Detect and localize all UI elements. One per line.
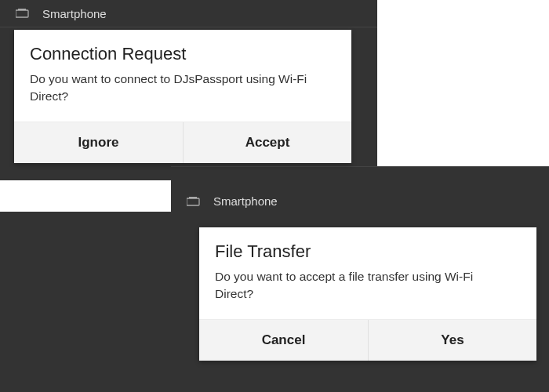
connection-request-dialog: Connection Request Do you want to connec… (14, 30, 351, 163)
svg-rect-1 (18, 9, 26, 10)
yes-button[interactable]: Yes (368, 320, 536, 361)
svg-rect-2 (187, 198, 199, 205)
device-list-item[interactable]: Smartphone (171, 187, 549, 215)
device-icon (16, 9, 30, 18)
dialog-body: Do you want to accept a file transfer us… (199, 268, 513, 319)
dialog-title: File Transfer (199, 227, 536, 268)
device-list-label: Smartphone (213, 194, 278, 208)
dialog-button-row: Ignore Accept (14, 122, 351, 163)
svg-rect-0 (16, 10, 28, 17)
cancel-button[interactable]: Cancel (199, 320, 368, 361)
dialog-button-row: Cancel Yes (199, 319, 536, 361)
file-transfer-dialog: File Transfer Do you want to accept a fi… (199, 227, 536, 361)
accept-button[interactable]: Accept (183, 122, 351, 163)
dialog-body: Do you want to connect to DJsPassport us… (14, 71, 328, 122)
phone-background-strip: Smartphone (171, 166, 549, 227)
dialog-title: Connection Request (14, 30, 351, 71)
device-list-item[interactable]: Smartphone (0, 0, 377, 27)
ignore-button[interactable]: Ignore (14, 122, 183, 163)
device-list-label: Smartphone (42, 7, 107, 20)
device-icon (187, 197, 201, 206)
svg-rect-3 (189, 197, 197, 198)
